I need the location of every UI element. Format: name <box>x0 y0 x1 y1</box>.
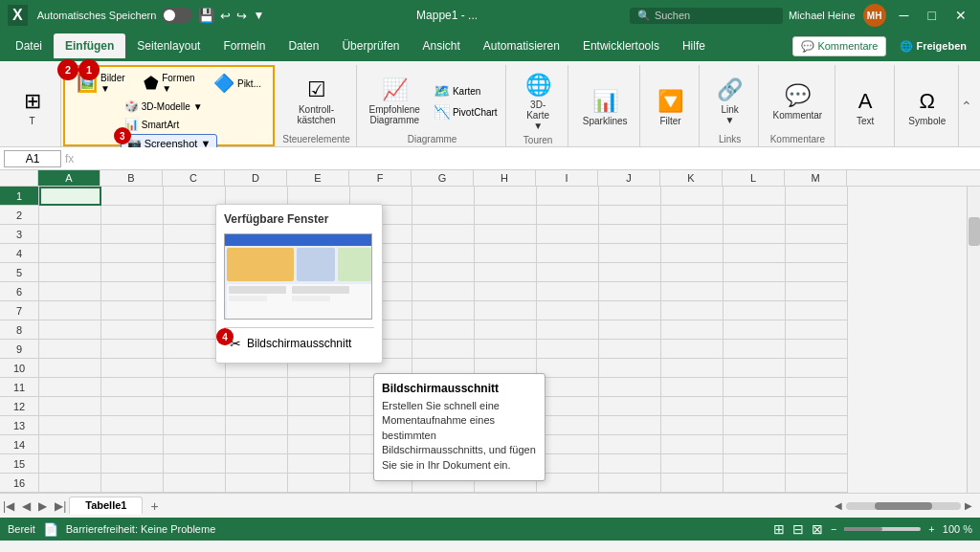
share-button[interactable]: 🌐 Freigeben <box>890 36 976 56</box>
smartart-button[interactable]: 📊 SmartArt <box>121 116 218 133</box>
tab-ansicht[interactable]: Ansicht <box>411 33 471 58</box>
nav-next[interactable]: ▶ <box>35 497 50 515</box>
ribbon-collapse-icon[interactable]: ⌃ <box>961 99 972 114</box>
cell-reference[interactable]: A1 <box>4 150 61 167</box>
zoom-out-icon[interactable]: − <box>831 523 836 535</box>
row-9[interactable]: 9 <box>0 340 38 359</box>
symbole-button[interactable]: Ω Symbole <box>902 85 951 130</box>
sheet-tab-tabelle1[interactable]: Tabelle1 <box>69 497 143 515</box>
karten-button[interactable]: 🗺️ Karten <box>430 81 501 100</box>
cell-c1[interactable] <box>164 187 226 206</box>
row-3[interactable]: 3 <box>0 225 38 244</box>
save-icon[interactable]: 💾 <box>198 8 214 23</box>
piktogramme-button[interactable]: 🔷 Pikt... <box>210 71 265 96</box>
col-header-j[interactable]: J <box>598 170 660 186</box>
tab-einfuegen[interactable]: Einfügen <box>54 33 125 58</box>
col-header-k[interactable]: K <box>660 170 723 186</box>
view-layout-icon[interactable]: ⊟ <box>792 521 804 537</box>
cell-j1[interactable] <box>599 187 661 206</box>
cell-h1[interactable] <box>475 187 537 206</box>
row-11[interactable]: 11 <box>0 378 38 397</box>
col-header-g[interactable]: G <box>412 170 474 186</box>
row-16[interactable]: 16 <box>0 474 38 493</box>
zoom-in-icon[interactable]: + <box>928 523 934 535</box>
col-header-i[interactable]: I <box>536 170 598 186</box>
link-button[interactable]: 🔗 Link ▼ <box>709 74 750 129</box>
col-header-e[interactable]: E <box>287 170 349 186</box>
empfohlene-diagramme-button[interactable]: 📈 EmpfohleneDiagramme <box>364 74 426 129</box>
cell-e1[interactable] <box>288 187 350 206</box>
text-button[interactable]: A Text <box>846 85 884 130</box>
col-header-l[interactable]: L <box>723 170 785 186</box>
tab-daten[interactable]: Daten <box>277 33 330 58</box>
bildschirmausschnitt-item[interactable]: ✂ Bildschirmausschnitt <box>224 332 374 355</box>
3d-karte-button[interactable]: 🌐 3D-Karte ▼ <box>516 69 560 135</box>
minimize-button[interactable]: ─ <box>894 8 915 23</box>
tab-entwicklertools[interactable]: Entwicklertools <box>571 33 671 58</box>
3d-modelle-button[interactable]: 🎲 3D-Modelle ▼ <box>121 98 218 115</box>
zoom-slider[interactable] <box>844 527 882 531</box>
col-header-d[interactable]: D <box>225 170 287 186</box>
row-4[interactable]: 4 <box>0 244 38 263</box>
row-13[interactable]: 13 <box>0 416 38 435</box>
row-8[interactable]: 8 <box>0 320 38 340</box>
row-2[interactable]: 2 <box>0 206 38 225</box>
cell-i1[interactable] <box>537 187 599 206</box>
cell-k1[interactable] <box>661 187 724 206</box>
row-7[interactable]: 7 <box>0 301 38 320</box>
view-normal-icon[interactable]: ⊞ <box>773 521 785 537</box>
view-page-icon[interactable]: ⊠ <box>812 521 823 537</box>
cell-f1[interactable] <box>350 187 412 206</box>
col-header-b[interactable]: B <box>100 170 163 186</box>
tab-seitenlayout[interactable]: Seitenlayout <box>125 33 212 58</box>
add-sheet-button[interactable]: + <box>143 497 166 516</box>
cell-a1[interactable] <box>39 187 101 206</box>
row-10[interactable]: 10 <box>0 359 38 378</box>
horizontal-scrollbar-thumb[interactable] <box>875 502 932 510</box>
scrollbar-right[interactable]: ▶ <box>965 500 972 511</box>
sparklines-button[interactable]: 📊 Sparklines <box>577 85 634 130</box>
col-header-c[interactable]: C <box>163 170 225 186</box>
formen-button[interactable]: ⬟ Formen ▼ <box>140 71 206 96</box>
formula-input[interactable] <box>78 152 976 166</box>
search-box[interactable]: 🔍 Suchen <box>630 8 783 24</box>
maximize-button[interactable]: □ <box>923 8 942 23</box>
available-window-preview[interactable] <box>224 233 372 320</box>
undo-icon[interactable]: ↩ <box>220 9 231 23</box>
redo-icon[interactable]: ↪ <box>236 9 247 23</box>
scrollbar-thumb[interactable] <box>969 217 980 246</box>
tables-button[interactable]: ⊞ T <box>13 85 52 130</box>
nav-last[interactable]: ▶| <box>52 497 69 515</box>
col-header-f[interactable]: F <box>349 170 412 186</box>
tab-uberpruefen[interactable]: Überprüfen <box>330 33 411 58</box>
nav-prev[interactable]: ◀ <box>19 497 33 515</box>
row-6[interactable]: 6 <box>0 282 38 301</box>
cell-a2[interactable] <box>39 206 101 225</box>
filter-button[interactable]: 🔽 Filter <box>652 85 690 130</box>
tab-datei[interactable]: Datei <box>4 33 54 58</box>
pivotchart-button[interactable]: 📉 PivotChart <box>430 102 501 121</box>
row-14[interactable]: 14 <box>0 435 38 454</box>
tab-hilfe[interactable]: Hilfe <box>671 33 717 58</box>
nav-first[interactable]: |◀ <box>0 497 17 515</box>
col-header-a[interactable]: A <box>38 170 100 186</box>
row-15[interactable]: 15 <box>0 454 38 474</box>
row-12[interactable]: 12 <box>0 397 38 416</box>
more-icon[interactable]: ▼ <box>253 9 264 22</box>
cell-b1[interactable] <box>101 187 164 206</box>
kommentar-button[interactable]: 💬 Kommentar <box>768 79 829 124</box>
cell-l1[interactable] <box>724 187 786 206</box>
vertical-scrollbar[interactable] <box>967 187 980 493</box>
col-header-h[interactable]: H <box>474 170 536 186</box>
close-button[interactable]: ✕ <box>949 8 972 23</box>
row-5[interactable]: 5 <box>0 263 38 282</box>
scrollbar-left[interactable]: ◀ <box>835 500 842 511</box>
tab-formeln[interactable]: Formeln <box>212 33 277 58</box>
tab-automatisieren[interactable]: Automatisieren <box>472 33 571 58</box>
cell-g1[interactable] <box>412 187 475 206</box>
cell-d1[interactable] <box>226 187 288 206</box>
kontrollkaestchen-button[interactable]: ☑ Kontroll-kästchen <box>292 74 342 129</box>
row-1[interactable]: 1 <box>0 187 38 206</box>
col-header-m[interactable]: M <box>785 170 847 186</box>
autosave-toggle[interactable] <box>162 8 192 23</box>
